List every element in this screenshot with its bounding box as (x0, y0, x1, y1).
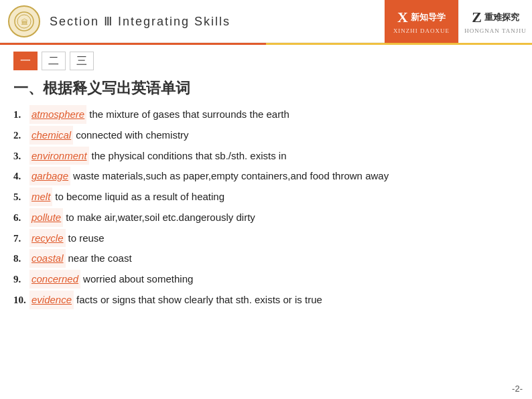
answer-3: environment (29, 147, 89, 165)
desc-2: connected with chemistry (76, 126, 188, 145)
item-num: 7. (13, 230, 28, 248)
desc-9: worried about something (83, 270, 193, 289)
tag-x-cn: 新知导学 (411, 11, 446, 23)
tab-1[interactable]: 一 (13, 52, 38, 70)
item-num: 6. (13, 209, 28, 228)
item-num: 3. (13, 147, 28, 166)
item-num: 8. (13, 250, 28, 268)
answer-6: pollute (29, 208, 63, 227)
tag-z-cn: 重难探究 (484, 11, 519, 23)
logo-icon: 🏛 (8, 5, 40, 37)
list-item: 1. atmosphere the mixture of gases that … (13, 105, 519, 125)
page-number: -2- (512, 384, 523, 394)
list-item: 9. concerned worried about something (13, 270, 519, 289)
list-item: 8. coastal near the coast (13, 249, 519, 268)
exercise-content: 1. atmosphere the mixture of gases that … (0, 105, 532, 310)
answer-1: atmosphere (29, 105, 86, 124)
desc-5: to become liquid as a result of heating (55, 187, 224, 206)
desc-1: the mixture of gases that surrounds the … (89, 105, 289, 124)
answer-10: evidence (29, 291, 74, 309)
item-num: 10. (13, 291, 28, 310)
tag-x: X 新知导学 XINZHI DAOXUE (385, 0, 458, 43)
item-num: 9. (13, 270, 28, 289)
list-item: 2. chemical connected with chemistry (13, 126, 519, 145)
tab-2[interactable]: 二 (42, 52, 66, 70)
desc-7: to reuse (68, 229, 105, 248)
tab-3[interactable]: 三 (70, 52, 94, 70)
tag-z-pinyin: HONGNAN TANJIU (464, 27, 526, 34)
answer-5: melt (29, 187, 52, 206)
answer-9: concerned (29, 270, 80, 289)
desc-4: waste materials,such as paper,empty cont… (73, 167, 389, 185)
answer-8: coastal (29, 249, 66, 268)
section-title-header: Section Ⅲ Integrating Skills (50, 14, 230, 29)
item-num: 2. (13, 127, 28, 145)
exercise-section-title: 一、根据释义写出英语单词 (0, 74, 532, 105)
item-num: 1. (13, 106, 28, 125)
item-num: 4. (13, 167, 28, 186)
list-item: 7. recycle to reuse (13, 229, 519, 248)
list-item: 4. garbage waste materials,such as paper… (13, 167, 519, 186)
desc-6: to make air,water,soil etc.dangerously d… (66, 208, 255, 227)
answer-2: chemical (29, 126, 73, 145)
answer-4: garbage (29, 167, 70, 185)
tag-z: Z 重难探究 HONGNAN TANJIU (458, 0, 532, 43)
svg-text:🏛: 🏛 (21, 18, 28, 26)
answer-7: recycle (29, 229, 66, 248)
desc-10: facts or signs that show clearly that st… (76, 291, 322, 309)
desc-3: the physical conditions that sb./sth. ex… (92, 147, 287, 165)
list-item: 5. melt to become liquid as a result of … (13, 187, 519, 207)
tab-bar: 一 二 三 (0, 45, 532, 74)
tag-x-letter: X (397, 9, 408, 26)
list-item: 10. evidence facts or signs that show cl… (13, 291, 519, 310)
desc-8: near the coast (68, 249, 132, 268)
item-num: 5. (13, 188, 28, 207)
header: 🏛 Section Ⅲ Integrating Skills X 新知导学 XI… (0, 0, 532, 43)
tag-z-letter: Z (472, 9, 482, 26)
header-tags: X 新知导学 XINZHI DAOXUE Z 重难探究 HONGNAN TANJ… (385, 0, 532, 43)
list-item: 3. environment the physical conditions t… (13, 147, 519, 166)
tag-x-pinyin: XINZHI DAOXUE (393, 27, 450, 34)
list-item: 6. pollute to make air,water,soil etc.da… (13, 208, 519, 228)
